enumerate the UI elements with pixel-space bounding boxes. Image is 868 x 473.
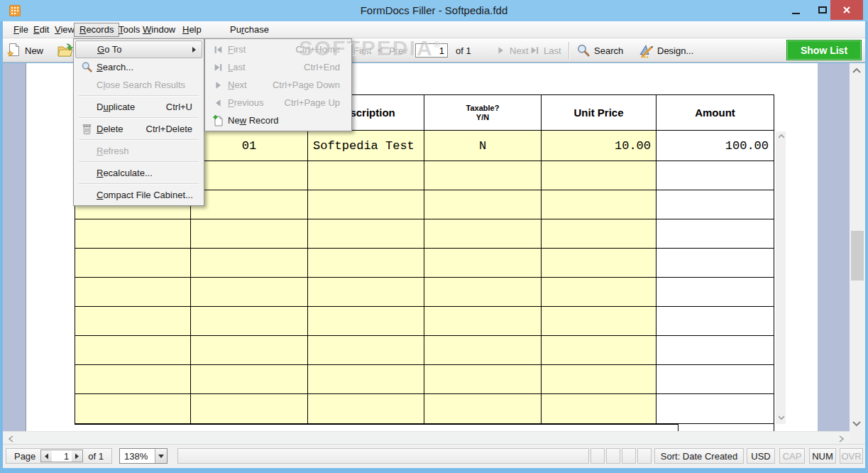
cell-empty[interactable]: [308, 219, 424, 248]
scrollbar-down-icon[interactable]: [852, 421, 861, 427]
new-button[interactable]: New: [7, 40, 43, 60]
record-number-input[interactable]: [415, 43, 448, 58]
nav-prev-button[interactable]: Prev: [375, 40, 408, 60]
cell-empty[interactable]: [75, 307, 191, 335]
cell-empty[interactable]: [75, 336, 191, 364]
cell-empty[interactable]: [424, 249, 542, 277]
cell-empty[interactable]: [308, 249, 424, 277]
table-row: [75, 307, 774, 336]
cell-item-no[interactable]: 01: [191, 131, 308, 161]
cell-empty[interactable]: [542, 190, 657, 219]
page-prev-button[interactable]: [41, 450, 52, 462]
scrollbar-up-icon[interactable]: [852, 67, 861, 73]
horizontal-scrollbar[interactable]: [3, 431, 850, 444]
cell-description[interactable]: Softpedia Test: [308, 131, 424, 161]
cell-empty[interactable]: [542, 365, 657, 393]
scrollbar-left-icon[interactable]: [9, 435, 13, 442]
cell-empty[interactable]: [75, 394, 191, 423]
menu-item-go-to[interactable]: Go To: [75, 40, 202, 58]
page-next-button[interactable]: [72, 450, 82, 462]
cell-empty[interactable]: [424, 278, 542, 306]
cell-empty[interactable]: [308, 336, 424, 364]
cell-empty[interactable]: [308, 278, 424, 306]
design-button[interactable]: Design...: [638, 40, 693, 60]
cell-empty[interactable]: [308, 161, 424, 190]
open-button[interactable]: [57, 40, 74, 60]
menu-item-duplicate[interactable]: Duplicate Ctrl+U: [75, 98, 202, 116]
scrollbar-thumb[interactable]: [851, 231, 864, 281]
scroll-down-icon[interactable]: [779, 415, 784, 420]
cell-empty[interactable]: [424, 161, 542, 190]
cell-taxable[interactable]: N: [424, 131, 542, 161]
chevron-down-icon: [158, 455, 164, 458]
submenu-item-new-record[interactable]: New Record: [207, 112, 350, 129]
menu-item-close-search-results[interactable]: Close Search Results: [75, 76, 202, 94]
menu-item-delete[interactable]: Delete Ctrl+Delete: [75, 120, 202, 138]
open-folder-icon: [57, 43, 74, 58]
cell-empty[interactable]: [542, 161, 657, 190]
nav-last-button[interactable]: Last: [529, 40, 561, 60]
cell-empty[interactable]: [542, 219, 657, 248]
close-button[interactable]: [830, 0, 863, 20]
cell-empty[interactable]: [191, 336, 308, 364]
menu-item-refresh[interactable]: Refresh: [75, 142, 202, 160]
menu-records[interactable]: Records: [74, 23, 119, 37]
cell-empty[interactable]: [308, 394, 424, 423]
menu-help[interactable]: Help: [177, 23, 207, 37]
cell-empty[interactable]: [424, 307, 542, 335]
cell-empty[interactable]: [191, 161, 308, 190]
cell-empty[interactable]: [424, 190, 542, 219]
cell-empty[interactable]: [191, 278, 308, 306]
cell-empty[interactable]: [75, 278, 191, 306]
next-record-icon: [213, 80, 224, 90]
show-list-button[interactable]: Show List: [786, 40, 862, 60]
cell-empty[interactable]: [308, 365, 424, 393]
cell-empty[interactable]: [308, 307, 424, 335]
zoom-dropdown-button[interactable]: [155, 449, 167, 463]
table-scrollbar[interactable]: [776, 131, 786, 424]
scroll-up-icon[interactable]: [779, 134, 784, 138]
cell-empty[interactable]: [191, 219, 308, 248]
search-button[interactable]: Search: [576, 40, 623, 60]
menu-bar: File Edit View Records Tools Window Help…: [3, 21, 865, 38]
cell-empty[interactable]: [191, 190, 308, 219]
cell-empty[interactable]: [542, 307, 657, 335]
cell-unit-price[interactable]: 10.00: [542, 131, 657, 161]
submenu-item-last[interactable]: Last Ctrl+End: [207, 58, 350, 76]
zoom-combo[interactable]: 138%: [119, 448, 167, 464]
menu-item-compact-file-cabinet[interactable]: Compact File Cabinet...: [75, 186, 202, 204]
vertical-scrollbar[interactable]: [850, 63, 865, 431]
submenu-item-previous[interactable]: Previous Ctrl+Page Up: [207, 94, 350, 112]
submenu-item-next[interactable]: Next Ctrl+Page Down: [207, 76, 350, 94]
table-row: [75, 278, 774, 307]
menu-separator: [79, 139, 199, 141]
menu-window[interactable]: Window: [138, 23, 180, 37]
cell-empty[interactable]: [542, 336, 657, 364]
cell-empty[interactable]: [75, 219, 191, 248]
cell-empty[interactable]: [75, 249, 191, 277]
menu-item-recalculate[interactable]: Recalculate...: [75, 164, 202, 182]
cell-empty[interactable]: [191, 249, 308, 277]
cell-empty[interactable]: [542, 278, 657, 306]
cell-empty[interactable]: [542, 394, 657, 423]
cell-empty[interactable]: [191, 394, 308, 423]
cell-empty[interactable]: [191, 307, 308, 335]
menu-item-search[interactable]: Search...: [75, 58, 202, 76]
cell-empty[interactable]: [191, 365, 308, 393]
nav-first-label: First: [353, 45, 371, 56]
cell-empty[interactable]: [542, 249, 657, 277]
menu-purchase[interactable]: Purchase: [225, 23, 274, 37]
cell-empty[interactable]: [424, 365, 542, 393]
cell-empty[interactable]: [424, 394, 542, 423]
cell-empty[interactable]: [75, 365, 191, 393]
cell-empty[interactable]: [424, 336, 542, 364]
page-number[interactable]: 1: [52, 451, 72, 462]
cell-empty[interactable]: [424, 219, 542, 248]
minimize-icon: [792, 13, 800, 14]
last-record-icon: [529, 45, 540, 55]
submenu-item-first[interactable]: First Ctrl+Home: [207, 40, 350, 58]
minimize-button[interactable]: [784, 0, 808, 20]
nav-next-button[interactable]: Next: [495, 40, 529, 60]
scrollbar-right-icon[interactable]: [839, 435, 844, 442]
cell-empty[interactable]: [308, 190, 424, 219]
